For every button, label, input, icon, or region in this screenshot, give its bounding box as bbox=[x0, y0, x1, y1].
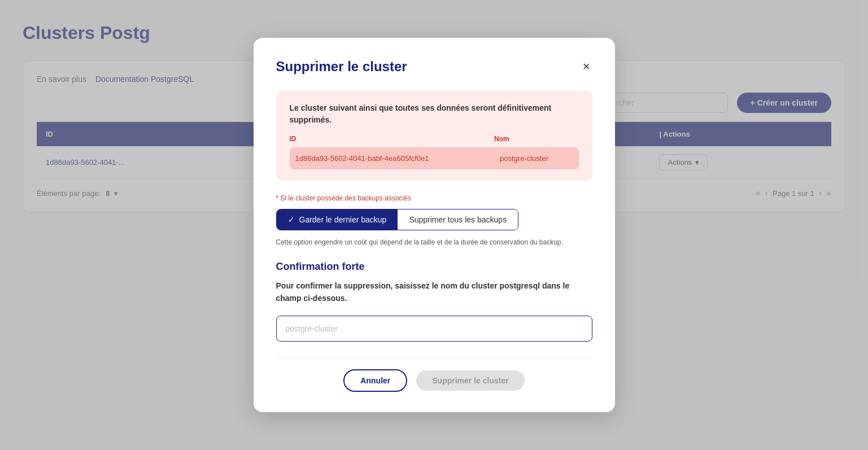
warning-table-row: 1d86da93-5602-4041-babf-4ea605fcf0e1 pos… bbox=[290, 147, 579, 169]
confirmation-desc: Pour confirmer la suppression, saisissez… bbox=[276, 279, 592, 305]
checkmark-icon: ✓ bbox=[288, 215, 295, 224]
warning-cluster-id: 1d86da93-5602-4041-babf-4ea605fcf0e1 bbox=[290, 147, 495, 169]
modal-title: Supprimer le cluster bbox=[276, 59, 407, 75]
delete-cluster-button[interactable]: Supprimer le cluster bbox=[416, 370, 524, 391]
backup-label-text: * Si le cluster possède des backups asso… bbox=[276, 194, 411, 202]
warning-table-header: ID Nom bbox=[290, 135, 579, 147]
modal-header: Supprimer le cluster × bbox=[276, 58, 592, 75]
warning-box: Le cluster suivant ainsi que toutes ses … bbox=[276, 91, 592, 181]
delete-backup-button[interactable]: Supprimer tous les backups bbox=[398, 209, 518, 230]
warning-text: Le cluster suivant ainsi que toutes ses … bbox=[290, 102, 579, 126]
warning-cluster-name: postgre-cluster bbox=[494, 147, 578, 169]
backup-note: Cette option engendre un coût qui dépend… bbox=[276, 237, 592, 247]
modal-overlay: Supprimer le cluster × Le cluster suivan… bbox=[0, 0, 868, 450]
confirmation-desc-text: Pour confirmer la suppression, saisissez… bbox=[276, 281, 570, 303]
keep-backup-button[interactable]: ✓ Garder le dernier backup bbox=[277, 209, 398, 230]
warning-col-id: ID bbox=[290, 135, 495, 147]
warning-table: ID Nom 1d86da93-5602-4041-babf-4ea605fcf… bbox=[290, 135, 579, 169]
keep-backup-label: Garder le dernier backup bbox=[299, 215, 387, 224]
cancel-button[interactable]: Annuler bbox=[343, 369, 407, 392]
close-button[interactable]: × bbox=[581, 58, 592, 75]
backup-label: * Si le cluster possède des backups asso… bbox=[276, 194, 592, 202]
delete-backup-label: Supprimer tous les backups bbox=[409, 215, 507, 224]
confirmation-title: Confirmation forte bbox=[276, 261, 592, 273]
backup-options: ✓ Garder le dernier backup Supprimer tou… bbox=[276, 209, 519, 230]
warning-col-nom: Nom bbox=[494, 135, 578, 147]
delete-cluster-modal: Supprimer le cluster × Le cluster suivan… bbox=[254, 38, 615, 413]
confirmation-input[interactable] bbox=[276, 316, 592, 342]
modal-footer: Annuler Supprimer le cluster bbox=[276, 357, 592, 392]
